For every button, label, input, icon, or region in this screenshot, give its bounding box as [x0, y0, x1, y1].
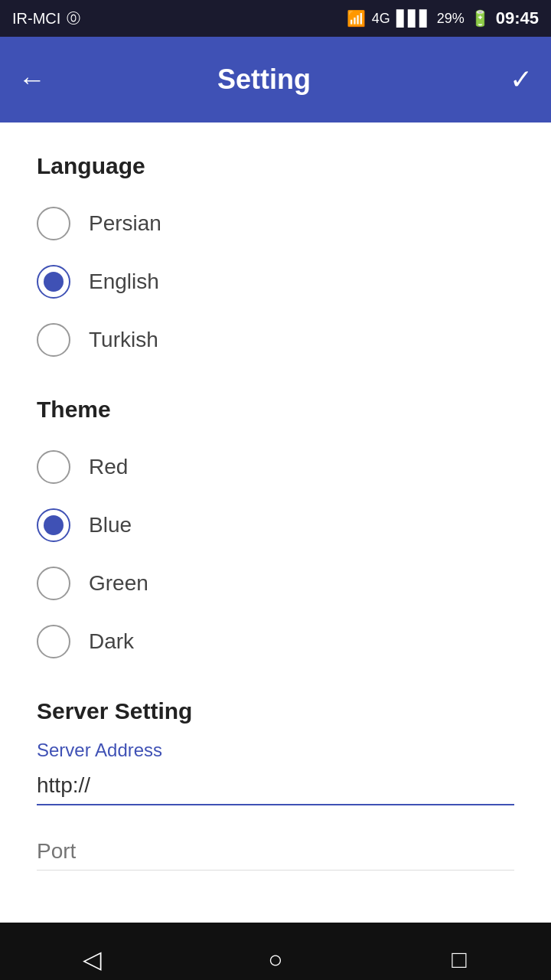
language-label-turkish: Turkish — [89, 328, 158, 352]
network-type: 4G — [372, 11, 390, 27]
carrier-name: IR-MCI — [12, 10, 60, 28]
server-address-group: Server Address — [37, 740, 514, 805]
language-label-persian: Persian — [89, 211, 161, 236]
language-option-turkish[interactable]: Turkish — [37, 314, 514, 366]
theme-label-blue: Blue — [89, 513, 132, 537]
theme-label-dark: Dark — [89, 629, 134, 654]
bottom-nav: ◁ ○ □ — [0, 923, 551, 980]
radio-inner-english — [44, 272, 64, 292]
battery-level: 29% — [437, 11, 465, 27]
language-option-persian[interactable]: Persian — [37, 198, 514, 250]
recents-nav-icon: □ — [452, 946, 466, 974]
radio-circle-turkish — [37, 323, 70, 357]
server-address-label: Server Address — [37, 740, 514, 761]
language-label-english: English — [89, 270, 159, 294]
theme-option-green[interactable]: Green — [37, 557, 514, 609]
nav-back-button[interactable]: ◁ — [61, 929, 122, 980]
theme-label-green: Green — [89, 571, 148, 596]
nav-recents-button[interactable]: □ — [429, 929, 490, 980]
back-nav-icon: ◁ — [83, 945, 102, 974]
language-section-title: Language — [37, 153, 514, 179]
port-group — [37, 833, 514, 871]
status-bar-left: IR-MCI ⓪ — [12, 9, 80, 28]
nav-home-button[interactable]: ○ — [245, 929, 306, 980]
radio-circle-blue — [37, 508, 70, 542]
radio-circle-red — [37, 450, 70, 484]
signal-icon: ▋▋▋ — [396, 9, 431, 28]
page-title: Setting — [18, 64, 510, 96]
radio-circle-dark — [37, 625, 70, 658]
port-input[interactable] — [37, 833, 514, 871]
theme-option-red[interactable]: Red — [37, 441, 514, 493]
status-bar-right: 📶 4G ▋▋▋ 29% 🔋 09:45 — [347, 8, 539, 28]
confirm-button[interactable]: ✓ — [510, 64, 533, 96]
theme-section: Theme Red Blue Green Dark — [37, 397, 514, 668]
theme-label-red: Red — [89, 455, 128, 479]
home-nav-icon: ○ — [268, 946, 282, 974]
status-bar: IR-MCI ⓪ 📶 4G ▋▋▋ 29% 🔋 09:45 — [0, 0, 551, 37]
radio-circle-green — [37, 567, 70, 600]
theme-radio-group: Red Blue Green Dark — [37, 441, 514, 668]
theme-option-dark[interactable]: Dark — [37, 616, 514, 668]
wifi-icon: 📶 — [347, 9, 366, 28]
server-section: Server Setting Server Address — [37, 698, 514, 871]
language-radio-group: Persian English Turkish — [37, 198, 514, 366]
language-section: Language Persian English Turkish — [37, 153, 514, 366]
app-bar: ← Setting ✓ — [0, 37, 551, 122]
settings-content: Language Persian English Turkish Theme — [0, 122, 551, 923]
theme-section-title: Theme — [37, 397, 514, 423]
radio-circle-english — [37, 265, 70, 299]
radio-inner-blue — [44, 515, 64, 535]
carrier-icon: ⓪ — [67, 9, 80, 28]
server-address-input[interactable] — [37, 767, 514, 805]
battery-icon: 🔋 — [471, 9, 490, 28]
theme-option-blue[interactable]: Blue — [37, 499, 514, 551]
radio-circle-persian — [37, 207, 70, 240]
language-option-english[interactable]: English — [37, 256, 514, 308]
clock: 09:45 — [496, 8, 539, 28]
server-section-title: Server Setting — [37, 698, 514, 724]
